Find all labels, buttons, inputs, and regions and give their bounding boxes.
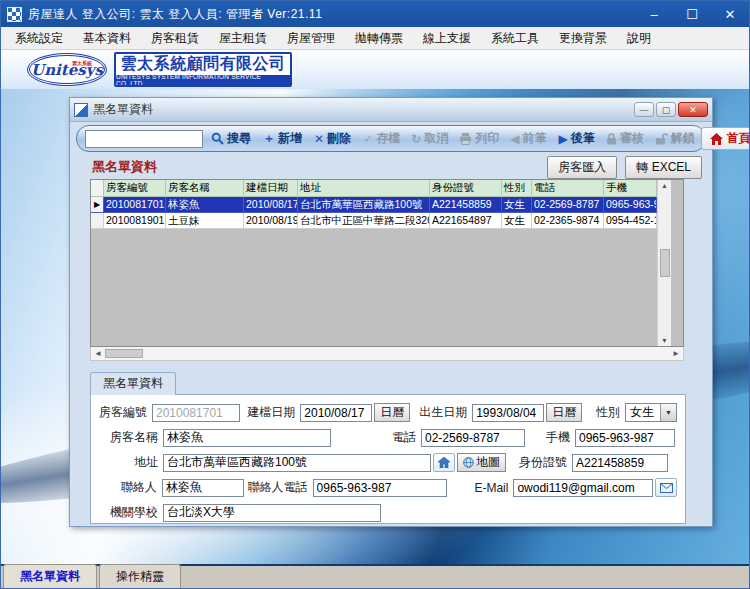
cell-name: 土豆妹 [166,213,244,229]
gender-select[interactable]: 女生 ▼ [625,403,677,422]
menu-voucher[interactable]: 拋轉傳票 [345,27,413,50]
row-selector [91,213,104,229]
created-date-calendar-button[interactable]: 日曆 [374,403,410,422]
search-button[interactable]: 搜尋 [206,128,256,149]
export-excel-button[interactable]: 轉 EXCEL [625,156,702,179]
search-icon [211,132,224,145]
send-email-button[interactable] [655,478,677,497]
address-field[interactable] [163,454,431,472]
house-button[interactable] [433,453,455,472]
contact-phone-label: 聯絡人電話 [246,479,311,496]
row-selector-arrow: ▶ [91,197,104,213]
col-header-id-no[interactable]: 身份證號 [430,180,502,197]
grid-selector-header [91,180,104,197]
mobile-field[interactable] [575,429,675,447]
horizontal-scrollbar[interactable]: ◄ ► [90,347,684,361]
vertical-scrollbar[interactable]: ▲ ▼ [657,180,671,346]
col-header-address[interactable]: 地址 [298,180,430,197]
tenant-import-button[interactable]: 房客匯入 [547,156,617,179]
child-close-button[interactable]: ✕ [678,102,708,117]
next-icon: ▶ [558,132,567,146]
tab-wizard[interactable]: 操作精靈 [99,564,181,588]
tab-blacklist[interactable]: 黑名單資料 [3,564,97,588]
check-icon: ✓ [363,132,373,146]
blacklist-grid: 房客編號 房客名稱 建檔日期 地址 身份證號 性別 電話 手機 ▶ 201008… [90,179,684,361]
unitesys-logo: 雲太系統 Unitesys [27,53,107,86]
brand-strip: 雲太系統 Unitesys 雲太系統顧問有限公司 UNITESYS SYSTEM… [1,50,749,89]
scroll-right-icon[interactable]: ► [672,349,680,358]
school-field[interactable] [163,504,381,522]
col-header-phone[interactable]: 電話 [532,180,604,197]
close-button[interactable]: ✕ [711,1,749,27]
cell-mobile: 0965-963-987 [604,197,657,213]
child-minimize-button[interactable]: — [634,102,654,117]
col-header-customer-no[interactable]: 房客編號 [104,180,166,197]
menu-system-settings[interactable]: 系統設定 [5,27,73,50]
child-maximize-button[interactable]: ▢ [656,102,676,117]
audit-button: 審核 [601,128,649,149]
delete-button[interactable]: ✕刪除 [309,128,356,149]
name-label: 房客名稱 [99,429,161,446]
col-header-mobile[interactable]: 手機 [604,180,657,197]
table-row[interactable]: ▶ 2010081701 林姿魚 2010/08/17 台北市萬華區西藏路100… [91,197,657,213]
menu-tenant-lease[interactable]: 房客租賃 [141,27,209,50]
scroll-down-icon[interactable]: ▼ [661,337,668,344]
email-field[interactable] [513,479,653,497]
chevron-down-icon[interactable]: ▼ [660,404,676,421]
gender-label: 性別 [584,404,623,421]
search-input[interactable] [85,130,203,148]
horizontal-scroll-thumb[interactable] [105,349,143,358]
menu-change-background[interactable]: 更換背景 [549,27,617,50]
logo-script-text: Unitesys [31,61,103,79]
menu-online-support[interactable]: 線上支援 [413,27,481,50]
scroll-left-icon[interactable]: ◄ [94,349,102,358]
cell-mobile: 0954-452-112 [604,213,657,229]
maximize-button[interactable]: ☐ [673,1,711,27]
col-header-gender[interactable]: 性別 [502,180,532,197]
detail-section: 黑名單資料 房客編號 建檔日期 日曆 出生日期 日曆 性別 女生 ▼ [90,371,686,524]
scroll-up-icon[interactable]: ▲ [661,182,668,189]
add-button[interactable]: ＋新增 [258,128,307,149]
email-label: E-Mail [449,481,512,495]
cell-address: 台北市中正區中華路二段320號 [298,213,430,229]
contact-phone-field[interactable] [313,479,447,497]
cell-name: 林姿魚 [166,197,244,213]
menu-owner-lease[interactable]: 屋主租賃 [209,27,277,50]
menu-house-mgmt[interactable]: 房屋管理 [277,27,345,50]
col-header-created-date[interactable]: 建檔日期 [244,180,298,197]
detail-tab-label: 黑名單資料 [90,372,176,395]
house-icon [438,457,450,468]
table-row[interactable]: 2010081901 土豆妹 2010/08/19 台北市中正區中華路二段320… [91,213,657,229]
x-icon: ✕ [314,132,324,146]
id-no-field[interactable] [572,454,668,472]
app-icon [7,7,22,22]
menu-help[interactable]: 說明 [617,27,661,50]
unlock-button: 解鎖 [650,128,700,149]
birth-date-calendar-button[interactable]: 日曆 [546,403,582,422]
printer-icon [459,133,472,145]
next-record-button[interactable]: ▶後筆 [553,128,599,149]
map-button[interactable]: 地圖 [457,453,506,472]
company-name-zh: 雲太系統顧問有限公司 [116,54,290,75]
section-header: 黑名單資料 房客匯入 轉 EXCEL [70,155,712,179]
toolbar: 搜尋 ＋新增 ✕刪除 ✓存檔 ↻取消 列印 ◀前筆 ▶後筆 審核 解鎖 [76,125,706,152]
blacklist-window: 黑名單資料 — ▢ ✕ 搜尋 ＋新增 ✕刪除 ✓存檔 ↻取消 列印 [69,97,713,527]
lock-icon [606,133,617,145]
phone-field[interactable] [421,429,525,447]
home-button[interactable]: 首頁 [701,127,749,150]
child-window-titlebar: 黑名單資料 — ▢ ✕ [70,98,712,122]
cell-customer-no: 2010081901 [104,213,166,229]
vertical-scroll-thumb[interactable] [660,249,670,277]
menu-basic-data[interactable]: 基本資料 [73,27,141,50]
contact-field[interactable] [162,479,244,497]
created-date-field[interactable] [300,404,372,422]
cell-customer-no: 2010081701 [104,197,166,213]
name-field[interactable] [163,429,331,447]
menu-system-tools[interactable]: 系統工具 [481,27,549,50]
birth-date-field[interactable] [472,404,544,422]
globe-icon [463,457,474,468]
logo-small-text: 雲太系統 [72,60,92,66]
minimize-button[interactable]: – [635,1,673,27]
col-header-name[interactable]: 房客名稱 [166,180,244,197]
cell-gender: 女生 [502,197,532,213]
